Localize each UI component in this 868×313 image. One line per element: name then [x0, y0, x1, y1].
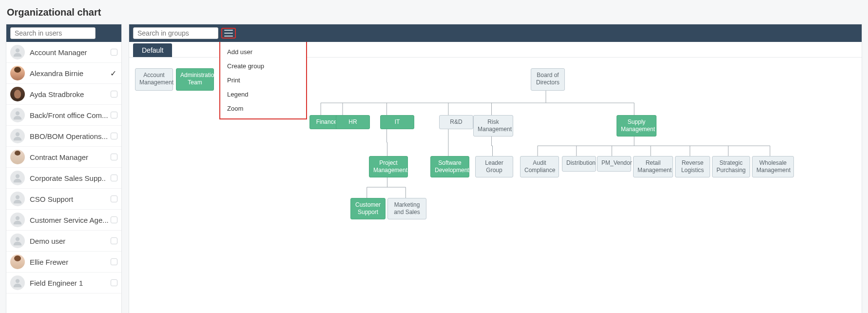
menu-item-print[interactable]: Print	[220, 73, 306, 87]
org-node-cust_supp[interactable]: Customer Support	[350, 198, 386, 219]
user-item[interactable]: Back/Front office Com...	[6, 105, 121, 126]
org-node-label: Risk Management	[478, 118, 512, 133]
org-node-rev_log[interactable]: Reverse Logistics	[675, 156, 710, 177]
user-checkbox[interactable]	[111, 237, 117, 244]
user-label: Field Engineer 1	[30, 279, 111, 287]
svg-point-3	[16, 174, 19, 178]
avatar	[10, 213, 25, 227]
org-node-it[interactable]: IT	[380, 115, 414, 129]
org-node-mkt_sales[interactable]: Marketing and Sales	[387, 198, 426, 219]
user-checkbox[interactable]	[111, 154, 117, 160]
org-node-rnd[interactable]: R&D	[439, 115, 473, 129]
org-node-leader_grp[interactable]: Leader Group	[475, 156, 513, 177]
svg-point-6	[16, 237, 19, 241]
user-checkbox[interactable]	[111, 112, 117, 118]
user-item[interactable]: Demo user	[6, 231, 121, 252]
org-node-label: Software Development	[435, 159, 469, 174]
hamburger-icon[interactable]	[224, 30, 233, 37]
org-node-retail[interactable]: Retail Management	[633, 156, 673, 177]
org-node-label: Marketing and Sales	[394, 201, 420, 215]
svg-point-0	[16, 48, 19, 52]
user-item[interactable]: Customer Service Age...	[6, 210, 121, 231]
search-groups-input[interactable]	[133, 27, 218, 39]
org-node-wholesale[interactable]: Wholesale Management	[752, 156, 794, 177]
svg-point-7	[16, 279, 19, 283]
avatar	[10, 234, 25, 248]
user-label: Ayda Stradbroke	[30, 90, 111, 98]
avatar	[10, 192, 25, 206]
org-node-audit[interactable]: Audit Compliance	[520, 156, 559, 177]
org-node-label: Distribution	[566, 159, 596, 166]
avatar	[10, 275, 25, 290]
users-list: Account ManagerAlexandra Birnie✓Ayda Str…	[6, 42, 121, 293]
org-node-hr[interactable]: HR	[336, 115, 370, 129]
menu-item-add-user[interactable]: Add user	[220, 45, 306, 59]
org-node-label: Audit Compliance	[524, 159, 555, 174]
org-node-proj_mgmt[interactable]: Project Management	[369, 156, 408, 177]
user-item[interactable]: CSO Support	[6, 189, 121, 210]
org-node-label: R&D	[450, 118, 462, 125]
avatar	[10, 66, 25, 80]
avatar	[10, 171, 25, 185]
user-checkbox[interactable]	[111, 91, 117, 98]
user-checkbox[interactable]	[111, 196, 117, 202]
org-node-label: Wholesale Management	[756, 159, 791, 174]
user-checkbox[interactable]	[111, 216, 117, 223]
org-node-pm_vendor[interactable]: PM_Vendor	[597, 156, 631, 172]
user-item[interactable]: Ellie Frewer	[6, 252, 121, 273]
menu-item-zoom[interactable]: Zoom	[220, 101, 306, 116]
user-checkbox[interactable]	[111, 133, 117, 139]
main-panel: Add user Create group Print Legend Zoom …	[129, 24, 862, 313]
user-label: Account Manager	[30, 48, 111, 57]
org-node-label: Account Management	[139, 72, 174, 86]
user-label: Customer Service Age...	[30, 216, 111, 224]
org-node-label: HR	[348, 118, 357, 125]
main-header: Add user Create group Print Legend Zoom	[129, 24, 862, 42]
user-checkbox[interactable]	[111, 175, 117, 181]
user-item[interactable]: BBO/BOM Operations...	[6, 126, 121, 147]
org-node-label: Finance	[316, 118, 337, 125]
menu-item-legend[interactable]: Legend	[220, 87, 306, 101]
org-node-label: Project Management	[373, 159, 407, 174]
user-item[interactable]: Account Manager	[6, 42, 121, 63]
org-node-label: Board of Directors	[536, 72, 559, 86]
user-label: Ellie Frewer	[30, 258, 111, 266]
sidebar-header	[6, 24, 121, 42]
user-checkbox[interactable]	[111, 258, 117, 265]
user-item[interactable]: Field Engineer 1	[6, 273, 121, 293]
org-node-label: Reverse Logistics	[681, 159, 704, 174]
avatar	[10, 129, 25, 143]
user-label: CSO Support	[30, 195, 111, 203]
user-checkbox[interactable]	[111, 49, 117, 56]
avatar	[10, 150, 25, 164]
main-menu-dropdown: Add user Create group Print Legend Zoom	[219, 42, 307, 119]
org-node-label: Customer Support	[355, 201, 381, 215]
tab-default[interactable]: Default	[133, 43, 172, 57]
org-node-admin_team[interactable]: Administration Team	[176, 68, 214, 91]
avatar	[10, 87, 25, 101]
svg-point-2	[16, 132, 19, 136]
search-users-input[interactable]	[10, 27, 96, 39]
user-item[interactable]: Contract Manager	[6, 147, 121, 168]
org-node-acct_mgmt[interactable]: Account Management	[135, 68, 173, 91]
org-node-risk[interactable]: Risk Management	[473, 115, 513, 137]
org-node-soft_dev[interactable]: Software Development	[430, 156, 469, 177]
user-item[interactable]: Ayda Stradbroke	[6, 84, 121, 105]
org-node-label: Supply Management	[621, 118, 655, 133]
org-node-supply[interactable]: Supply Management	[617, 115, 656, 137]
menu-item-create-group[interactable]: Create group	[220, 59, 306, 73]
users-sidebar: Account ManagerAlexandra Birnie✓Ayda Str…	[6, 24, 122, 313]
user-checkbox[interactable]	[111, 279, 117, 286]
user-label: Back/Front office Com...	[30, 111, 111, 119]
main-menu-highlight	[221, 28, 236, 39]
org-node-strat_pur[interactable]: Strategic Purchasing	[712, 156, 750, 177]
user-item[interactable]: Alexandra Birnie✓	[6, 63, 121, 84]
user-label: Demo user	[30, 237, 111, 245]
org-node-board[interactable]: Board of Directors	[531, 68, 565, 91]
org-node-dist[interactable]: Distribution	[562, 156, 596, 172]
user-label: Corporate Sales Supp..	[30, 174, 111, 182]
org-node-label: Strategic Purchasing	[716, 159, 746, 174]
org-node-label: Leader Group	[485, 159, 503, 174]
org-node-label: PM_Vendor	[601, 159, 632, 166]
user-item[interactable]: Corporate Sales Supp..	[6, 168, 121, 189]
